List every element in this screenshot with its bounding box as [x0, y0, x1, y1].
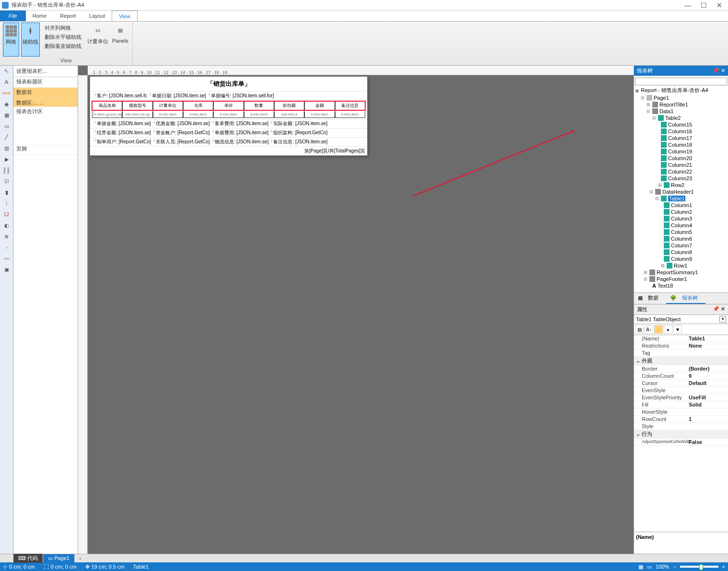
tree-col4[interactable]: Column4 — [634, 222, 728, 229]
col-h-4[interactable]: 仓库 — [183, 101, 213, 110]
tree-col17[interactable]: Column17 — [634, 135, 728, 141]
properties-grid[interactable]: (Name)Table1 RestrictionsNone Tag ⌄ 外观 B… — [634, 335, 728, 532]
matrix-tool-icon[interactable]: ▥ — [2, 144, 11, 152]
prop-evenstylep-val[interactable]: UseFill — [687, 394, 728, 401]
prop-colcount-val[interactable]: 9 — [687, 373, 728, 379]
tree-row1[interactable]: ⊞Row1 — [634, 262, 728, 269]
zoom-in-button[interactable]: + — [722, 564, 725, 570]
tab-code[interactable]: ⌨ 代码 — [13, 554, 43, 563]
status-fit-icon[interactable]: ▭ — [647, 564, 652, 570]
prop-style-key[interactable]: Style — [634, 423, 687, 430]
report-title-text[interactable]: 「销货出库单」 — [90, 77, 367, 91]
tree-col6[interactable]: Column6 — [634, 235, 728, 242]
col-h-3[interactable]: 计量单位 — [153, 101, 183, 110]
menu-layout[interactable]: Layout — [82, 11, 112, 21]
design-surface[interactable]: · 1 · 2 · 3 · 4 · 5 · 6 · 7 · 8 · 9 · 10… — [78, 66, 634, 554]
prop-evenstylep-key[interactable]: EvenStylePriority — [634, 394, 687, 401]
prop-fill-key[interactable]: Fill — [634, 401, 687, 408]
delete-h-guides[interactable]: 删除水平辅助线 — [45, 34, 81, 41]
tree-col19[interactable]: Column19 — [634, 148, 728, 155]
prop-restrictions-key[interactable]: Restrictions — [634, 342, 687, 349]
col-h-1[interactable]: 商品名称 — [92, 101, 122, 110]
prop-cursor-key[interactable]: Cursor — [634, 380, 687, 386]
svg-tool-icon[interactable]: SVG — [2, 89, 11, 97]
prop-adjust-key[interactable]: AdjustSpannedCellsWidth — [634, 439, 687, 445]
props-filter-icon[interactable]: ▼ — [673, 325, 682, 334]
prop-style-val[interactable] — [687, 423, 728, 430]
table1-data-row[interactable]: fo.item.goods.data info.item.str.sp tl.i… — [92, 111, 365, 118]
prop-cursor-val[interactable]: Default — [687, 380, 728, 386]
tree-dataheader1[interactable]: ⊟DataHeader1 — [634, 188, 728, 195]
align-to-grid[interactable]: 对齐到网格 — [45, 24, 81, 32]
col-h-6[interactable]: 数量 — [244, 101, 274, 110]
menu-report[interactable]: Report — [53, 11, 82, 21]
summary-row-1[interactable]: 「单据金额: [JSON.item.se]「优惠金额: [JSON.item.s… — [90, 119, 367, 128]
picture-tool-icon[interactable]: ◉ — [2, 100, 11, 108]
props-pin-icon[interactable]: 📌 ✕ — [713, 306, 725, 313]
toolbar-hint[interactable]: 设置报表栏... — [13, 66, 78, 77]
col-d-5[interactable]: ll.info.item — [213, 111, 243, 118]
report-canvas[interactable]: 「销货出库单」 「客户: [JSON.item.sell.fc「单据日期: [J… — [90, 76, 368, 156]
delete-v-guides[interactable]: 删除垂直辅助线 — [45, 43, 81, 50]
tree-col1[interactable]: Column1 — [634, 202, 728, 209]
tree-col18[interactable]: Column18 — [634, 141, 728, 148]
status-grid-icon[interactable]: ▦ — [638, 564, 643, 570]
tree-col8[interactable]: Column8 — [634, 249, 728, 256]
tab-tree[interactable]: 🌳 报表树 — [666, 293, 705, 304]
band-data-header[interactable]: 数据首 — [13, 88, 78, 98]
tree-data1[interactable]: ⊟Data1 — [634, 108, 728, 115]
pointer-tool-icon[interactable]: ↖ — [2, 67, 11, 75]
prop-name-key[interactable]: (Name) — [634, 335, 687, 342]
header-row[interactable]: 「客户: [JSON.item.sell.fc「单据日期: [JSON.item… — [90, 91, 367, 100]
barcode-tool-icon[interactable]: ║║ — [2, 166, 11, 175]
tree-col2[interactable]: Column2 — [634, 209, 728, 215]
report-tree[interactable]: ▣Report - 销售出库单-含价-A4 ⊟Page1 ⊞ReportTitl… — [634, 86, 728, 292]
tree-row2[interactable]: ⊞Row2 — [634, 182, 728, 188]
table-tool-icon[interactable]: ▦ — [2, 111, 11, 119]
guides-toggle[interactable]: ╂ 辅助线 — [21, 23, 40, 57]
summary-row-3[interactable]: 「制单用户: [Report.GetCo]「关联人员: [Report.GetC… — [90, 137, 367, 146]
prop-cat-appearance[interactable]: ⌄ 外观 — [634, 357, 728, 365]
tree-col16[interactable]: Column16 — [634, 128, 728, 135]
shape-tool-icon[interactable]: ▭ — [2, 122, 11, 130]
prop-name-val[interactable]: Table1 — [687, 335, 728, 342]
band-data[interactable]: 数据区:... ... — [13, 98, 78, 107]
col-d-7[interactable]: sell.info.it — [274, 111, 304, 118]
props-pages-icon[interactable]: ▸ — [664, 325, 672, 334]
band-page-footer[interactable]: 页脚 — [13, 144, 78, 155]
menu-home[interactable]: Home — [26, 11, 53, 21]
prop-evenstyle-key[interactable]: EvenStyle — [634, 387, 687, 394]
col-h-7[interactable]: 折扣额 — [274, 101, 304, 110]
tree-col7[interactable]: Column7 — [634, 242, 728, 249]
band-report-summary[interactable]: 报表合计区 — [13, 107, 78, 144]
tree-report-title[interactable]: ⊞ReportTitle1 — [634, 101, 728, 108]
col-d-9[interactable]: ll.info.item — [335, 111, 365, 118]
prop-cat-behavior[interactable]: ⌄ 行为 — [634, 430, 728, 438]
chart-tool-icon[interactable]: ▶ — [2, 155, 11, 163]
prop-hoverstyle-key[interactable]: HoverStyle — [634, 408, 687, 415]
zipcode-tool-icon[interactable]: ⫶ — [2, 199, 11, 208]
tab-data[interactable]: ▦ 数据 — [634, 293, 666, 304]
pin-icon[interactable]: 📌 ✕ — [713, 68, 725, 74]
prop-rowcount-key[interactable]: RowCount — [634, 416, 687, 422]
tree-table2[interactable]: ⊟Table2 — [634, 115, 728, 121]
units-button[interactable]: ▭ 计量单位 — [86, 23, 109, 57]
menu-view[interactable]: View — [112, 11, 138, 21]
add-page-button[interactable]: + — [75, 555, 85, 562]
tree-col20[interactable]: Column20 — [634, 155, 728, 162]
props-categorized-icon[interactable]: ▤ — [635, 325, 644, 334]
col-h-5[interactable]: 单价 — [213, 101, 243, 110]
summary-row-2[interactable]: 「结算金额: [JSON.item.se]「资金账户: [Report.GetC… — [90, 128, 367, 137]
prop-hoverstyle-val[interactable] — [687, 408, 728, 415]
col-d-6[interactable]: ll.info.item — [244, 111, 274, 118]
tab-page1[interactable]: ▭ Page1 — [43, 554, 75, 562]
col-d-2[interactable]: info.item.str.sp — [122, 111, 152, 118]
tree-col5[interactable]: Column5 — [634, 229, 728, 235]
prop-border-val[interactable]: (Border) — [687, 365, 728, 372]
gauge-tool-icon[interactable]: ◐ — [2, 221, 11, 230]
tree-table1[interactable]: ⊟Table1 — [634, 195, 728, 202]
menu-file[interactable]: File — [0, 11, 26, 21]
tree-search-input[interactable] — [635, 78, 727, 85]
col-d-4[interactable]: ll.info.item — [183, 111, 213, 118]
tree-col3[interactable]: Column3 — [634, 215, 728, 222]
